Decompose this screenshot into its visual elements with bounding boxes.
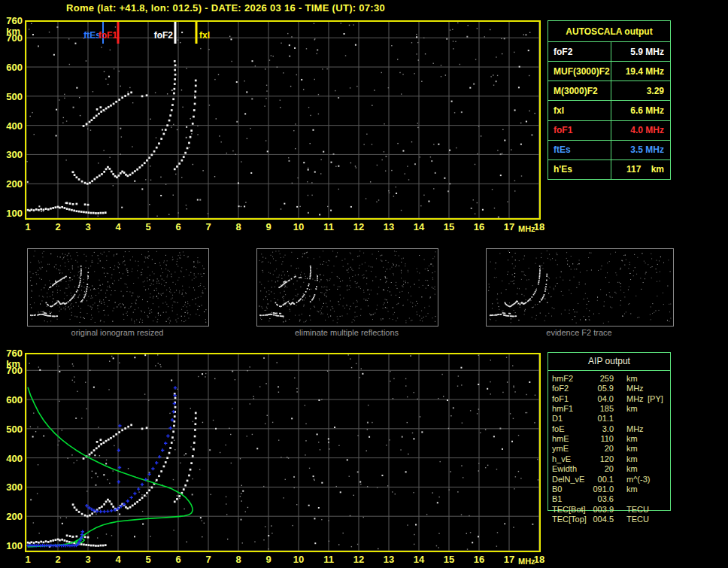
svg-text:600: 600 — [6, 62, 23, 73]
parameter-label: foF1 — [552, 394, 569, 403]
parameter-value: 004.5 — [576, 515, 614, 524]
station-title: Rome (lat: +41.8, lon: 012.5) - DATE: 20… — [66, 2, 385, 14]
aip-table-row: TEC[Top]004.5TECU — [548, 515, 671, 524]
svg-text:7: 7 — [205, 221, 211, 232]
aip-table-row: foF205.9MHz — [548, 384, 671, 393]
parameter-value: m^(-3) — [626, 475, 650, 484]
svg-text:11: 11 — [323, 221, 334, 232]
aip-table-row: foE3.0MHz — [548, 424, 671, 434]
parameter-label: hmF1 — [552, 404, 573, 413]
svg-text:km: km — [6, 358, 20, 369]
aip-table-row: ymE20km — [548, 444, 671, 454]
svg-text:9: 9 — [265, 554, 271, 565]
svg-text:9: 9 — [265, 221, 271, 232]
svg-text:14: 14 — [414, 221, 425, 232]
svg-text:18: 18 — [534, 221, 544, 232]
parameter-value: km — [626, 454, 638, 463]
parameter-label: ftEs — [548, 141, 611, 159]
aip-table-title: AIP output — [548, 352, 671, 371]
autoscala-window: Rome (lat: +41.8, lon: 012.5) - DATE: 20… — [0, 0, 728, 568]
svg-text:600: 600 — [6, 394, 23, 405]
parameter-value: 03.6 — [576, 494, 614, 503]
parameter-value: TECU — [626, 515, 649, 524]
parameter-value: 185 — [576, 404, 614, 413]
parameter-value: 117 km — [611, 160, 670, 179]
svg-text:300: 300 — [6, 149, 23, 160]
parameter-label: D1 — [552, 414, 563, 423]
svg-text:12: 12 — [353, 221, 364, 232]
thumbnail-caption: eliminate multiple reflections — [256, 328, 437, 337]
svg-text:MHz: MHz — [518, 224, 535, 233]
parameter-label: foF1 — [548, 121, 611, 140]
svg-text:17: 17 — [504, 221, 514, 232]
profile-ionogram-plot: 760700600500400300200100km12345678910111… — [0, 348, 545, 567]
svg-text:8: 8 — [235, 221, 241, 232]
aip-table-row: Ewidth20km — [548, 464, 671, 474]
parameter-value: 110 — [576, 434, 614, 443]
svg-text:400: 400 — [6, 120, 23, 132]
parameter-label: foF2 — [552, 384, 569, 393]
svg-text:7: 7 — [205, 554, 211, 565]
autoscala-table-row: ftEs3.5 MHz — [548, 141, 670, 160]
svg-text:km: km — [6, 26, 20, 37]
autoscala-table-row: foF25.9 MHz — [548, 42, 670, 62]
parameter-value: 5.9 MHz — [611, 42, 670, 61]
thumbnail-eliminate-multiples — [256, 248, 438, 327]
svg-text:1: 1 — [25, 554, 30, 565]
aip-table-row: hmE110km — [548, 434, 671, 444]
svg-text:6: 6 — [175, 221, 180, 232]
svg-text:500: 500 — [6, 91, 23, 102]
aip-table-row: TEC[Bot]003.9TECU — [548, 505, 671, 515]
autoscala-table-row: MUF(3000)F219.4 MHz — [548, 62, 670, 81]
svg-text:6: 6 — [175, 554, 180, 565]
svg-text:13: 13 — [384, 554, 394, 565]
parameter-value: MHz — [626, 424, 644, 433]
thumbnail-caption: original ionogram resized — [27, 328, 208, 337]
svg-text:16: 16 — [474, 554, 484, 565]
svg-text:5: 5 — [145, 554, 150, 565]
parameter-label: B0 — [552, 484, 562, 494]
aip-table-row: foF104.0MHz[PY] — [548, 394, 671, 404]
aip-table-row: h_vE120km — [548, 454, 671, 464]
svg-text:4: 4 — [115, 221, 121, 232]
parameter-value: 120 — [576, 454, 614, 463]
svg-text:760: 760 — [6, 15, 23, 26]
parameter-value: 01.1 — [576, 414, 614, 423]
aip-table-row: B103.6 — [548, 494, 671, 504]
parameter-value: [PY] — [648, 394, 663, 403]
aip-table-row: B0091.0km — [548, 484, 671, 494]
parameter-label: foF2 — [548, 42, 611, 61]
parameter-label: MUF(3000)F2 — [548, 62, 611, 80]
svg-text:fxI: fxI — [199, 30, 210, 41]
svg-text:2: 2 — [55, 554, 60, 565]
svg-text:14: 14 — [414, 554, 425, 565]
parameter-value: km — [626, 444, 638, 453]
parameter-value: km — [626, 464, 638, 473]
aip-table-row: D101.1 — [548, 414, 671, 424]
parameter-label: Ewidth — [552, 464, 577, 473]
parameter-label: hmF2 — [552, 374, 573, 383]
parameter-value: 20 — [576, 464, 614, 473]
autoscala-table-title: AUTOSCALA output — [548, 21, 670, 42]
svg-text:10: 10 — [293, 221, 304, 232]
parameter-value: km — [626, 434, 638, 443]
svg-text:1: 1 — [25, 221, 30, 232]
main-ionogram-plot: ftEsfoF1foF2fxI760700600500400300200100k… — [0, 15, 545, 235]
parameter-value: MHz — [626, 384, 644, 393]
svg-text:400: 400 — [6, 453, 23, 464]
parameter-value: MHz — [626, 394, 644, 403]
parameter-value: 259 — [576, 374, 614, 383]
svg-text:MHz: MHz — [518, 557, 535, 566]
svg-text:200: 200 — [6, 511, 23, 522]
parameter-value: 19.4 MHz — [611, 62, 670, 80]
thumbnail-f2-evidence — [486, 248, 674, 327]
thumbnail-original-ionogram — [27, 248, 209, 327]
parameter-label: ymE — [552, 444, 569, 453]
parameter-value: 6.6 MHz — [611, 101, 670, 120]
svg-text:4: 4 — [115, 554, 121, 565]
svg-text:15: 15 — [444, 221, 454, 232]
aip-table-row: hmF2259km — [548, 374, 671, 384]
autoscala-output-table: AUTOSCALA output foF25.9 MHzMUF(3000)F21… — [548, 20, 671, 180]
parameter-value: TECU — [626, 505, 649, 514]
svg-text:15: 15 — [444, 554, 454, 565]
